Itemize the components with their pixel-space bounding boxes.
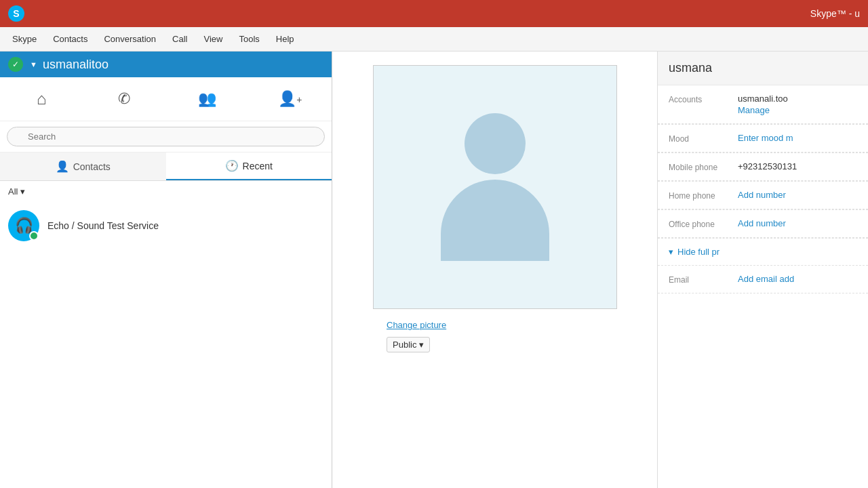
mobile-phone-value: +92312530131 [738, 161, 797, 171]
phone-icon: ✆ [118, 90, 130, 108]
contact-list: 🎧 Echo / Sound Test Service [0, 202, 332, 488]
search-wrapper: 🔍 [7, 127, 325, 146]
menu-tools[interactable]: Tools [232, 31, 266, 47]
mood-value[interactable]: Enter mood m [738, 133, 793, 143]
menu-bar: Skype Contacts Conversation Call View To… [0, 27, 868, 52]
filter-dropdown[interactable]: All ▾ [8, 186, 25, 197]
add-contact-icon: 👤 [278, 90, 296, 108]
menu-contacts[interactable]: Contacts [46, 31, 94, 47]
privacy-dropdown[interactable]: Public ▾ [387, 337, 430, 352]
menu-call[interactable]: Call [165, 31, 194, 47]
recent-tab-icon: 🕐 [225, 159, 239, 172]
privacy-dropdown-icon: ▾ [419, 340, 424, 350]
office-phone-label: Office phone [669, 218, 730, 229]
contact-name: Echo / Sound Test Service [47, 220, 159, 231]
avatar-head [465, 113, 526, 174]
accounts-value: usmanali.too [738, 94, 788, 104]
menu-skype[interactable]: Skype [5, 31, 43, 47]
profile-picture-area [373, 65, 617, 309]
right-header: usmana [658, 52, 868, 85]
avatar: 🎧 [8, 210, 39, 241]
manage-link[interactable]: Manage [738, 105, 788, 115]
right-panel: usmana Accounts usmanali.too Manage Mood… [658, 52, 868, 488]
user-header[interactable]: ✓ ▼ usmanalitoo [0, 52, 332, 77]
nav-call-button[interactable]: ✆ [83, 84, 165, 114]
change-picture-link[interactable]: Change picture [387, 320, 446, 330]
mood-label: Mood [669, 133, 730, 144]
mobile-phone-label: Mobile phone [669, 161, 730, 172]
search-container: 🔍 [0, 121, 332, 152]
nav-add-contact-button[interactable]: 👤+ [249, 84, 332, 114]
home-phone-label: Home phone [669, 190, 730, 201]
user-status-icon: ✓ [8, 57, 23, 72]
tab-contacts-label: Contacts [73, 161, 111, 172]
skype-logo-icon: S [8, 5, 24, 22]
tab-contacts[interactable]: 👤 Contacts [0, 152, 166, 180]
home-phone-value[interactable]: Add number [738, 190, 786, 200]
tab-recent[interactable]: 🕐 Recent [166, 152, 332, 180]
profile-field-accounts: Accounts usmanali.too Manage [658, 85, 868, 124]
filter-dropdown-icon: ▾ [20, 186, 25, 197]
avatar-silhouette [420, 99, 570, 275]
nav-icons: ⌂ ✆ 👥 👤+ [0, 77, 332, 121]
privacy-label: Public [393, 340, 416, 350]
title-bar-title: Skype™ - u [810, 8, 860, 19]
profile-field-home-phone: Home phone Add number [658, 182, 868, 209]
nav-contacts-button[interactable]: 👥 [166, 84, 249, 114]
accounts-label: Accounts [669, 94, 730, 104]
profile-field-email: Email Add email add [658, 266, 868, 293]
email-label: Email [669, 274, 730, 285]
profile-field-mobile: Mobile phone +92312530131 [658, 153, 868, 181]
search-input[interactable] [7, 127, 325, 146]
avatar-body [441, 180, 549, 261]
user-dropdown-icon: ▼ [30, 60, 37, 68]
tab-recent-label: Recent [243, 161, 273, 171]
profile-field-mood: Mood Enter mood m [658, 125, 868, 152]
user-name: usmanalitoo [43, 58, 323, 72]
menu-conversation[interactable]: Conversation [97, 31, 163, 47]
hide-profile-chevron: ▾ [669, 247, 673, 257]
center-panel: Change picture Public ▾ [332, 52, 658, 488]
menu-help[interactable]: Help [269, 31, 301, 47]
contacts-tab-icon: 👤 [56, 160, 69, 173]
status-badge [29, 231, 39, 241]
office-phone-value[interactable]: Add number [738, 218, 786, 228]
title-bar: S Skype™ - u [0, 0, 868, 27]
email-value[interactable]: Add email add [738, 274, 794, 284]
profile-field-office-phone: Office phone Add number [658, 210, 868, 238]
main-layout: ✓ ▼ usmanalitoo ⌂ ✆ 👥 👤+ 🔍 [0, 52, 868, 488]
contacts-icon: 👥 [198, 90, 216, 108]
filter-row[interactable]: All ▾ [0, 181, 332, 202]
tabs: 👤 Contacts 🕐 Recent [0, 152, 332, 181]
list-item[interactable]: 🎧 Echo / Sound Test Service [0, 205, 332, 247]
nav-home-button[interactable]: ⌂ [0, 84, 83, 114]
menu-view[interactable]: View [197, 31, 229, 47]
hide-profile-label: Hide full pr [677, 247, 719, 257]
left-panel: ✓ ▼ usmanalitoo ⌂ ✆ 👥 👤+ 🔍 [0, 52, 332, 488]
hide-full-profile[interactable]: ▾ Hide full pr [658, 239, 868, 265]
title-bar-left: S [8, 5, 24, 22]
filter-label: All [8, 186, 18, 197]
home-icon: ⌂ [37, 89, 47, 108]
